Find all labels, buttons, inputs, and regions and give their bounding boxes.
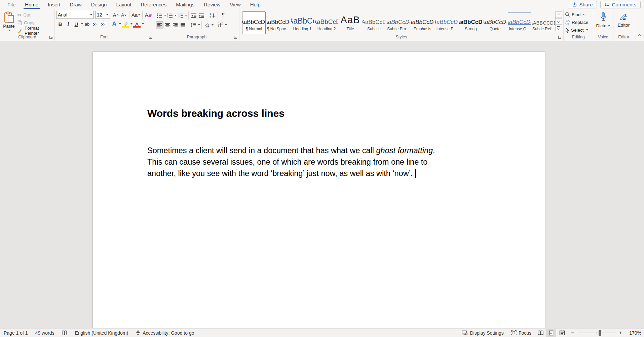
bold-button[interactable]: B	[56, 20, 64, 28]
paragraph-dialog-launcher[interactable]	[233, 35, 238, 39]
zoom-in-button[interactable]: +	[618, 330, 622, 336]
tab-references[interactable]: References	[136, 0, 171, 9]
borders-button[interactable]	[217, 21, 224, 29]
tab-layout[interactable]: Layout	[111, 0, 136, 9]
tab-design[interactable]: Design	[86, 0, 112, 9]
cut-button[interactable]: ✂ Cut	[16, 11, 53, 19]
document-text-line[interactable]: another, like you see with the word ‘bre…	[147, 168, 435, 179]
font-color-button[interactable]: A	[132, 20, 141, 28]
accessibility-status[interactable]: Accessibility: Good to go	[132, 329, 198, 337]
increase-indent-button[interactable]	[198, 12, 205, 20]
italic-button[interactable]: I	[64, 20, 72, 28]
styles-more-button[interactable]	[555, 25, 562, 31]
style-no-spac[interactable]: AaBbCcDc¶ No Spac...	[266, 11, 290, 34]
style-subtle-em[interactable]: AaBbCcDcSubtle Em...	[386, 11, 410, 34]
document-page[interactable]: Words breaking across lines Sometimes a …	[92, 52, 545, 328]
multilevel-list-button[interactable]: 1ai	[177, 12, 184, 20]
decrease-indent-button[interactable]	[190, 12, 198, 20]
align-center-button[interactable]	[163, 21, 171, 29]
shrink-font-button[interactable]: A˅	[120, 11, 128, 19]
style-heading-1[interactable]: AaBbCcHeading 1	[291, 11, 314, 34]
tab-view[interactable]: View	[225, 0, 245, 9]
clipboard-dialog-launcher[interactable]	[49, 35, 53, 39]
font-size-combobox[interactable]: 12	[95, 11, 110, 19]
sort-button[interactable]: AZ	[209, 12, 216, 20]
underline-button[interactable]: U	[72, 20, 80, 28]
print-layout-button[interactable]	[546, 329, 556, 337]
styles-scroll-up-button[interactable]	[555, 11, 562, 18]
focus-button[interactable]: Focus	[507, 330, 535, 336]
display-settings-button[interactable]: Display Settings	[458, 330, 507, 336]
tab-review[interactable]: Review	[199, 0, 225, 9]
document-text-line[interactable]: This can cause several issues, one of wh…	[147, 156, 435, 168]
shading-button[interactable]	[203, 21, 211, 29]
style-intense-q[interactable]: AaBbCcDcIntense Q...	[507, 11, 531, 34]
align-right-button[interactable]	[171, 21, 179, 29]
zoom-slider[interactable]	[578, 330, 615, 336]
font-dialog-launcher[interactable]	[148, 35, 153, 39]
style-strong[interactable]: AaBbCcDcStrong	[459, 11, 483, 34]
line-spacing-button[interactable]	[190, 21, 197, 29]
tab-mailings[interactable]: Mailings	[171, 0, 199, 9]
subscript-button[interactable]: x2	[91, 20, 99, 28]
select-button[interactable]: Select	[565, 27, 592, 33]
justify-button[interactable]	[179, 21, 187, 29]
select-dropdown-arrow[interactable]	[586, 29, 588, 31]
text-highlight-button[interactable]	[121, 20, 130, 28]
find-button[interactable]: Find	[565, 11, 592, 18]
collapse-ribbon-button[interactable]	[639, 32, 641, 38]
shading-dropdown-arrow[interactable]	[212, 24, 214, 26]
zoom-level[interactable]: 170%	[626, 330, 641, 336]
borders-dropdown-arrow[interactable]	[225, 24, 227, 26]
document-area[interactable]: Words breaking across lines Sometimes a …	[0, 41, 644, 328]
paste-dropdown-arrow[interactable]	[8, 30, 10, 31]
zoom-out-button[interactable]: −	[571, 330, 575, 336]
read-mode-button[interactable]	[535, 329, 545, 337]
web-layout-button[interactable]	[557, 329, 567, 337]
format-painter-button[interactable]: Format Painter	[16, 27, 53, 34]
zoom-slider-thumb[interactable]	[599, 330, 601, 336]
strikethrough-button[interactable]: ab	[83, 20, 91, 28]
document-body[interactable]: Sometimes a client will send in a docume…	[147, 145, 435, 179]
comments-button[interactable]: Comments	[600, 1, 641, 8]
style-intense-e[interactable]: AaBbCcDcIntense E...	[435, 11, 458, 34]
styles-dialog-launcher[interactable]	[558, 35, 562, 39]
editor-button[interactable]: Editor	[615, 11, 633, 34]
font-color-dropdown-arrow[interactable]	[142, 23, 144, 25]
style-emphasis[interactable]: AaBbCcDcEmphasis	[411, 11, 434, 34]
tab-help[interactable]: Help	[245, 0, 265, 9]
style-subtitle[interactable]: AaBbCcDSubtitle	[362, 11, 386, 34]
document-heading[interactable]: Words breaking across lines	[147, 108, 285, 119]
paste-button[interactable]: Paste	[1, 11, 16, 34]
document-text-line[interactable]: Sometimes a client will send in a docume…	[147, 145, 435, 156]
replace-button[interactable]: bc Replace	[565, 19, 592, 26]
align-left-button[interactable]	[156, 21, 163, 29]
font-name-combobox[interactable]: Arial	[56, 11, 94, 19]
page-indicator[interactable]: Page 1 of 1	[3, 329, 32, 337]
language-indicator[interactable]: English (United Kingdom)	[71, 329, 132, 337]
tab-file[interactable]: File	[3, 0, 20, 9]
tab-insert[interactable]: Insert	[43, 0, 65, 9]
grow-font-button[interactable]: A˄	[112, 11, 120, 19]
styles-scroll-down-button[interactable]	[555, 18, 562, 25]
style-normal[interactable]: AaBbCcDc¶ Normal	[242, 11, 266, 34]
superscript-button[interactable]: x2	[99, 20, 107, 28]
style-subtle-ref[interactable]: AABBCCDDSubtle Ref...	[532, 11, 555, 34]
find-dropdown-arrow[interactable]	[583, 14, 585, 15]
show-formatting-marks-button[interactable]: ¶	[219, 12, 227, 20]
multilevel-dropdown-arrow[interactable]	[185, 15, 187, 16]
line-spacing-dropdown-arrow[interactable]	[198, 24, 200, 26]
text-effects-button[interactable]: A	[110, 20, 118, 28]
dictate-button[interactable]: Dictate	[595, 11, 612, 34]
change-case-button[interactable]: Aa	[131, 11, 141, 19]
clear-formatting-button[interactable]: A	[144, 11, 152, 19]
style-heading-2[interactable]: AaBbCcDHeading 2	[315, 11, 338, 34]
tab-draw[interactable]: Draw	[65, 0, 86, 9]
style-quote[interactable]: AaBbCcDcQuote	[483, 11, 507, 34]
tab-home[interactable]: Home	[20, 0, 43, 9]
style-title[interactable]: AaBTitle	[339, 11, 362, 34]
share-button[interactable]: Share	[568, 1, 597, 8]
word-count[interactable]: 49 words	[32, 329, 58, 337]
bullets-button[interactable]	[156, 12, 163, 20]
proofing-status[interactable]	[58, 329, 71, 337]
